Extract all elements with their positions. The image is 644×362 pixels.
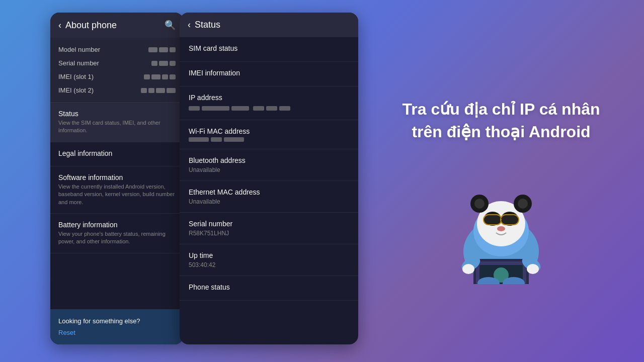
status-list: SIM card status IMEI information IP addr… — [180, 37, 358, 344]
svg-point-6 — [518, 199, 528, 209]
panda-svg — [443, 158, 559, 284]
ip-address-label: IP address — [189, 94, 349, 102]
phone-about: ‹ About phone 🔍 Model number Serial numb… — [50, 13, 184, 344]
blur-9 — [162, 74, 168, 79]
blur-3 — [170, 47, 176, 52]
uptime-label: Up time — [189, 251, 349, 259]
status-title-header: Status — [195, 20, 220, 30]
serial-number-label: Serial number — [58, 59, 99, 67]
mac-blur-1 — [189, 137, 209, 142]
battery-title: Battery information — [58, 221, 176, 229]
device-info-section: Model number Serial number — [50, 38, 184, 103]
imei-info-label: IMEI information — [189, 69, 349, 77]
back-button-status[interactable]: ‹ — [188, 20, 191, 30]
ethernet-value: Unavailable — [189, 198, 349, 205]
right-content: Tra cứu địa chỉ IP cá nhân trên điện tho… — [358, 68, 644, 294]
blur-7 — [144, 74, 150, 79]
ip-blur-4 — [253, 106, 264, 111]
sim-card-label: SIM card status — [189, 44, 349, 52]
ethernet-item[interactable]: Ethernet MAC address Unavailable — [180, 181, 358, 213]
headline-line1: Tra cứu địa chỉ IP cá nhân — [402, 100, 600, 118]
uptime-item[interactable]: Up time 503:40:42 — [180, 244, 358, 276]
menu-item-status[interactable]: Status View the SIM card status, IMEI, a… — [50, 103, 184, 142]
blur-2 — [159, 47, 168, 52]
serial-number-row: Serial number — [58, 56, 176, 70]
bluetooth-value: Unavailable — [189, 166, 349, 173]
looking-text: Looking for something else? — [58, 317, 176, 325]
imei2-row: IMEI (slot 2) — [58, 83, 176, 97]
sim-card-status-item[interactable]: SIM card status — [180, 37, 358, 62]
menu-item-legal[interactable]: Legal information — [50, 142, 184, 166]
blur-4 — [151, 61, 157, 66]
imei1-label: IMEI (slot 1) — [58, 73, 94, 80]
menu-item-battery[interactable]: Battery information View your phone's ba… — [50, 214, 184, 253]
svg-rect-10 — [501, 215, 519, 225]
status-header: ‹ Status — [180, 13, 358, 37]
back-button-about[interactable]: ‹ — [58, 20, 61, 31]
phone-status: ‹ Status SIM card status IMEI informatio… — [180, 13, 358, 344]
ethernet-label: Ethernet MAC address — [189, 188, 349, 196]
software-desc: View the currently installed Android ver… — [58, 183, 176, 206]
phones-container: ‹ About phone 🔍 Model number Serial numb… — [50, 13, 358, 354]
ip-address-value — [189, 104, 349, 113]
svg-point-21 — [527, 264, 539, 274]
ip-blur-3 — [231, 106, 249, 111]
headline: Tra cứu địa chỉ IP cá nhân trên điện tho… — [402, 98, 600, 143]
ip-address-item[interactable]: IP address — [180, 86, 358, 120]
blur-1 — [148, 47, 157, 52]
software-title: Software information — [58, 173, 176, 182]
svg-point-20 — [462, 264, 474, 274]
bottom-section: Looking for something else? Reset — [50, 309, 184, 344]
status-desc: View the SIM card status, IMEI, and othe… — [58, 119, 176, 135]
serial-number-value — [151, 61, 176, 66]
imei1-value — [144, 74, 176, 79]
blur-14 — [167, 88, 176, 93]
model-number-label: Model number — [58, 46, 100, 53]
ip-blur-1 — [189, 106, 200, 111]
ip-blur-5 — [266, 106, 277, 111]
phone-status-label: Phone status — [189, 283, 349, 291]
ip-blur-2 — [202, 106, 229, 111]
wifi-mac-value — [189, 137, 349, 142]
svg-point-12 — [497, 226, 505, 231]
about-phone-header: ‹ About phone 🔍 — [50, 13, 184, 38]
ip-blur-6 — [279, 106, 290, 111]
svg-rect-9 — [484, 215, 502, 225]
blur-10 — [170, 74, 176, 79]
blur-5 — [159, 61, 168, 66]
mac-blur-2 — [211, 137, 222, 142]
phone-status-item[interactable]: Phone status — [180, 276, 358, 301]
search-icon-about[interactable]: 🔍 — [165, 20, 176, 31]
status-title: Status — [58, 110, 176, 118]
headline-line2: trên điện thoại Android — [412, 123, 590, 141]
bluetooth-item[interactable]: Bluetooth address Unavailable — [180, 149, 358, 181]
reset-link[interactable]: Reset — [58, 329, 176, 336]
imei1-row: IMEI (slot 1) — [58, 70, 176, 83]
serial-number-status-label: Serial number — [189, 220, 349, 228]
imei2-label: IMEI (slot 2) — [58, 86, 94, 94]
bluetooth-label: Bluetooth address — [189, 156, 349, 164]
blur-8 — [151, 74, 160, 79]
blur-6 — [170, 61, 176, 66]
legal-title: Legal information — [58, 149, 176, 157]
blur-13 — [156, 88, 165, 93]
battery-desc: View your phone's battery status, remain… — [58, 230, 176, 246]
blur-12 — [148, 88, 154, 93]
model-number-row: Model number — [58, 43, 176, 56]
model-number-value — [148, 47, 176, 52]
wifi-mac-label: Wi-Fi MAC address — [189, 127, 349, 135]
serial-number-status-value: R58K751LHNJ — [189, 230, 349, 237]
about-phone-title: About phone — [65, 20, 117, 31]
uptime-value: 503:40:42 — [189, 261, 349, 268]
wifi-mac-item[interactable]: Wi-Fi MAC address — [180, 120, 358, 149]
about-phone-content: Model number Serial number — [50, 38, 184, 344]
serial-number-item[interactable]: Serial number R58K751LHNJ — [180, 213, 358, 244]
imei2-value — [141, 88, 176, 93]
blur-11 — [141, 88, 147, 93]
menu-item-software[interactable]: Software information View the currently … — [50, 166, 184, 214]
mac-blur-3 — [224, 137, 244, 142]
imei-info-item[interactable]: IMEI information — [180, 62, 358, 86]
panda-illustration — [431, 143, 572, 284]
svg-point-4 — [474, 199, 485, 209]
